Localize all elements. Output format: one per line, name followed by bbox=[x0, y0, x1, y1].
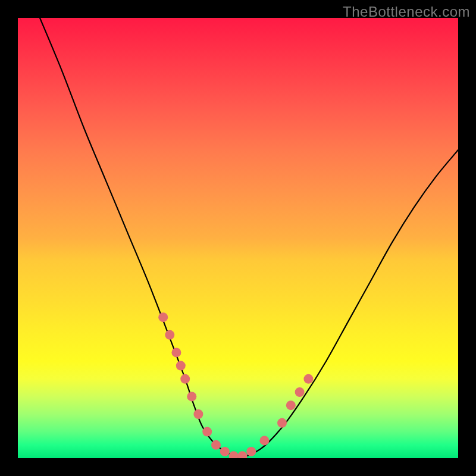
marker-dot bbox=[259, 436, 269, 445]
marker-dot bbox=[202, 427, 212, 437]
marker-dot bbox=[158, 312, 168, 322]
marker-dot bbox=[165, 330, 174, 340]
chart-plot-area bbox=[18, 18, 458, 458]
marker-dot bbox=[303, 374, 313, 384]
marker-dot bbox=[176, 361, 186, 371]
marker-dot bbox=[211, 440, 221, 450]
marker-dot bbox=[295, 387, 305, 397]
marker-dot bbox=[187, 392, 196, 401]
highlight-markers bbox=[158, 312, 313, 458]
marker-dot bbox=[180, 374, 190, 384]
marker-dot bbox=[229, 451, 239, 458]
marker-dot bbox=[286, 400, 296, 410]
marker-dot bbox=[237, 451, 247, 458]
marker-dot bbox=[220, 447, 230, 456]
marker-dot bbox=[277, 418, 287, 428]
watermark-text: TheBottleneck.com bbox=[343, 4, 470, 20]
bottleneck-curve bbox=[40, 18, 458, 458]
marker-dot bbox=[246, 447, 256, 456]
marker-dot bbox=[193, 409, 203, 419]
chart-svg bbox=[18, 18, 458, 458]
marker-dot bbox=[171, 347, 181, 357]
